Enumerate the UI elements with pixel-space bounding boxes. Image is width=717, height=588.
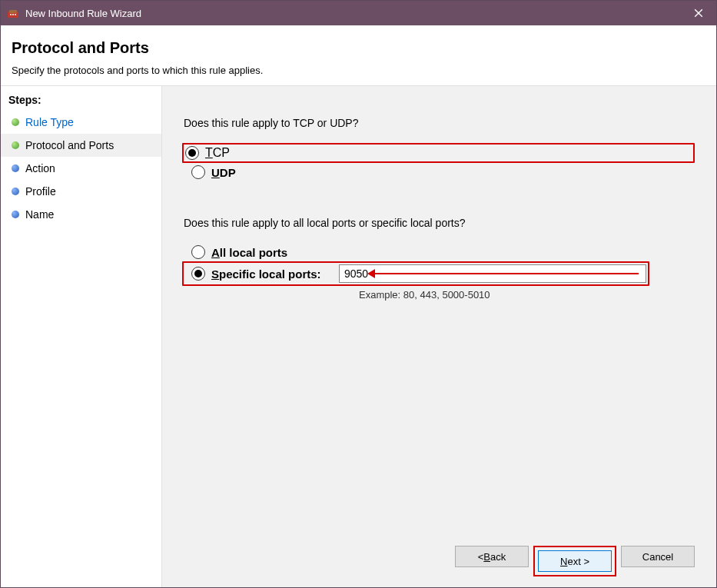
wizard-body: Steps: Rule Type Protocol and Ports Acti…: [1, 86, 716, 587]
page-title: Protocol and Ports: [12, 39, 705, 57]
radio-row-udp: UDP: [184, 163, 695, 181]
radio-udp[interactable]: [191, 165, 205, 179]
step-label: Rule Type: [25, 116, 74, 128]
svg-point-4: [15, 14, 16, 15]
port-input-wrapper: [339, 264, 646, 283]
titlebar[interactable]: New Inbound Rule Wizard: [1, 1, 716, 25]
cancel-button[interactable]: Cancel: [621, 546, 695, 567]
steps-heading: Steps:: [1, 94, 161, 111]
svg-point-3: [12, 14, 14, 15]
specific-ports-input[interactable]: [339, 264, 646, 283]
highlight-tcp: TCP: [182, 143, 695, 163]
step-bullet-icon: [12, 188, 19, 195]
wizard-main: Does this rule apply to TCP or UDP? TCP …: [162, 86, 716, 587]
step-profile[interactable]: Profile: [1, 180, 161, 203]
ports-example-text: Example: 80, 443, 5000-5010: [359, 289, 695, 301]
app-icon: [7, 7, 19, 19]
step-protocol-ports[interactable]: Protocol and Ports: [1, 134, 161, 157]
question-ports: Does this rule apply to all local ports …: [184, 217, 695, 229]
radio-all-ports[interactable]: [191, 245, 205, 259]
close-icon: [694, 8, 703, 18]
step-bullet-icon: [12, 141, 19, 149]
step-label: Profile: [25, 185, 56, 198]
svg-point-2: [10, 14, 12, 15]
step-action[interactable]: Action: [1, 157, 161, 180]
step-label: Protocol and Ports: [25, 139, 114, 151]
step-bullet-icon: [12, 211, 19, 218]
radio-tcp-label: TCP: [205, 146, 230, 160]
steps-sidebar: Steps: Rule Type Protocol and Ports Acti…: [1, 86, 162, 587]
step-bullet-icon: [12, 118, 19, 126]
highlight-specific-ports: Specific local ports:: [182, 261, 649, 286]
wizard-window: New Inbound Rule Wizard Protocol and Por…: [0, 0, 717, 588]
wizard-header: Protocol and Ports Specify the protocols…: [1, 25, 716, 86]
radio-udp-label: UDP: [211, 166, 236, 179]
close-button[interactable]: [681, 1, 716, 25]
radio-row-specific-ports: Specific local ports:: [185, 267, 331, 281]
page-subtitle: Specify the protocols and ports to which…: [12, 65, 705, 76]
radio-specific-ports-label: Specific local ports:: [211, 267, 321, 281]
radio-tcp[interactable]: [185, 146, 199, 160]
step-bullet-icon: [12, 164, 19, 172]
svg-rect-1: [9, 10, 17, 13]
radio-all-ports-label: All local ports: [211, 246, 287, 259]
radio-specific-ports[interactable]: [191, 267, 205, 281]
highlight-next: Next >: [533, 546, 616, 576]
radio-row-all-ports: All local ports: [184, 243, 695, 261]
next-button[interactable]: Next >: [538, 550, 612, 572]
window-title: New Inbound Rule Wizard: [25, 8, 681, 19]
step-label: Action: [25, 162, 55, 174]
step-name[interactable]: Name: [1, 203, 161, 226]
wizard-buttons: < Back Next > Cancel: [184, 540, 695, 576]
question-protocol: Does this rule apply to TCP or UDP?: [184, 117, 695, 129]
back-button[interactable]: < Back: [455, 546, 529, 567]
step-label: Name: [25, 208, 54, 221]
step-rule-type[interactable]: Rule Type: [1, 111, 161, 134]
